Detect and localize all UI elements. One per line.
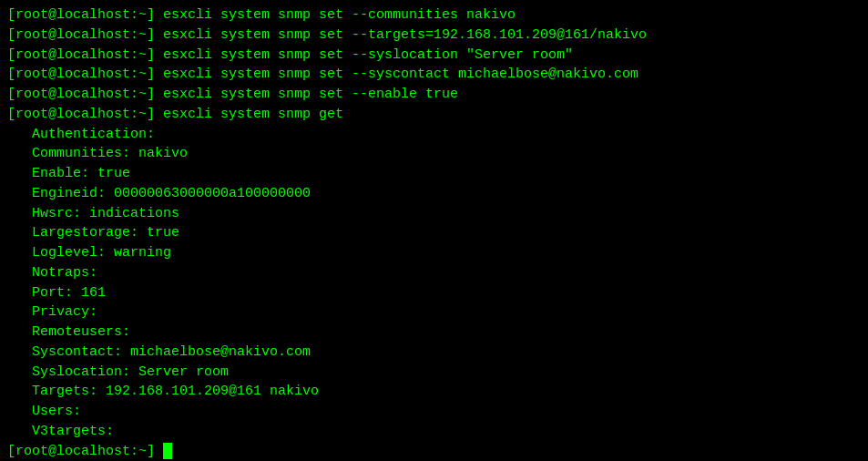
terminal-line: Privacy:: [7, 302, 861, 323]
command-text: esxcli system snmp set --syslocation "Se…: [163, 47, 573, 63]
terminal-line: Authentication:: [7, 125, 861, 145]
prompt: [root@localhost:~]: [7, 87, 163, 102]
terminal-line: Targets: 192.168.101.209@161 nakivo: [7, 382, 861, 402]
terminal-window[interactable]: [root@localhost:~] esxcli system snmp se…: [0, 0, 868, 461]
terminal-line: Enable: true: [7, 164, 861, 184]
prompt: [root@localhost:~]: [7, 47, 163, 63]
terminal-line: Notraps:: [7, 263, 861, 283]
command-text: esxcli system snmp set --targets=192.168…: [163, 27, 647, 43]
terminal-line: Loglevel: warning: [7, 243, 861, 263]
prompt: [root@localhost:~]: [7, 7, 163, 23]
terminal-line: Users:: [7, 402, 861, 422]
prompt: [root@localhost:~]: [7, 27, 163, 43]
terminal-line: [root@localhost:~] esxcli system snmp se…: [7, 26, 861, 46]
cursor: [163, 443, 172, 459]
command-text: esxcli system snmp set --communities nak…: [163, 7, 516, 23]
terminal-line: Hwsrc: indications: [7, 204, 861, 224]
terminal-line: [root@localhost:~]: [7, 442, 861, 462]
terminal-line: V3targets:: [7, 422, 861, 442]
command-text: esxcli system snmp get: [163, 107, 343, 122]
prompt: [root@localhost:~]: [7, 107, 163, 122]
terminal-line: Syslocation: Server room: [7, 363, 861, 383]
terminal-content: [root@localhost:~] esxcli system snmp se…: [7, 5, 861, 461]
command-text: esxcli system snmp set --enable true: [163, 87, 458, 102]
terminal-line: [root@localhost:~] esxcli system snmp se…: [7, 85, 861, 105]
terminal-line: Engineid: 00000063000000a100000000: [7, 184, 861, 204]
terminal-line: Largestorage: true: [7, 223, 861, 243]
terminal-line: [root@localhost:~] esxcli system snmp se…: [7, 46, 861, 66]
terminal-line: [root@localhost:~] esxcli system snmp se…: [7, 65, 861, 85]
terminal-line: [root@localhost:~] esxcli system snmp ge…: [7, 105, 861, 125]
command-text: esxcli system snmp set --syscontact mich…: [163, 67, 638, 82]
terminal-line: Port: 161: [7, 283, 861, 303]
terminal-line: [root@localhost:~] esxcli system snmp se…: [7, 5, 861, 26]
terminal-line: Communities: nakivo: [7, 144, 861, 164]
terminal-line: Remoteusers:: [7, 323, 861, 343]
terminal-line: Syscontact: michaelbose@nakivo.com: [7, 343, 861, 363]
prompt: [root@localhost:~]: [7, 444, 163, 459]
prompt: [root@localhost:~]: [7, 67, 163, 82]
